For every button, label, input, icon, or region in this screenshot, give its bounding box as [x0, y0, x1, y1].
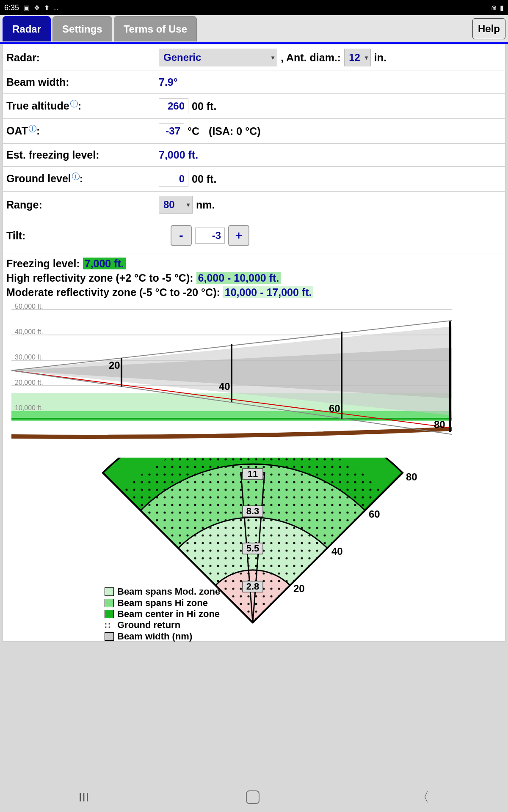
row-tilt: Tilt: - -3 +: [3, 218, 505, 253]
nav-home-icon[interactable]: [246, 790, 260, 804]
truealt-input[interactable]: 260: [159, 98, 188, 114]
tab-settings-label: Settings: [62, 23, 102, 35]
row-estfreeze: Est. freezing level: 7,000 ft.: [3, 144, 505, 167]
svg-text:80: 80: [434, 419, 445, 430]
android-statusbar: 6:35 ▣ ❖ ⬆ ‥ ⋒ ▮: [0, 0, 508, 15]
row-groundlevel: Ground leveli: 0 00 ft.: [3, 167, 505, 192]
label-radar: Radar:: [6, 52, 159, 64]
svg-text:20,000 ft.: 20,000 ft.: [15, 379, 43, 386]
help-button[interactable]: Help: [472, 18, 505, 39]
label-truealt: True altitudei:: [6, 100, 159, 112]
tilt-input[interactable]: -3: [195, 228, 225, 244]
tab-terms[interactable]: Terms of Use: [114, 16, 197, 41]
more-icon: ‥: [54, 4, 58, 12]
tab-radar-label: Radar: [12, 23, 41, 35]
antdiam-select[interactable]: 12: [344, 49, 371, 66]
tab-radar[interactable]: Radar: [3, 16, 51, 41]
tab-terms-label: Terms of Use: [124, 23, 187, 35]
info-icon[interactable]: i: [72, 173, 80, 180]
statusbar-time: 6:35: [4, 3, 19, 12]
svg-text:5.5: 5.5: [246, 543, 260, 554]
nav-back-icon[interactable]: 〈: [417, 789, 429, 806]
label-groundlevel: Ground leveli:: [6, 173, 159, 185]
android-navbar: III 〈: [0, 782, 508, 812]
antdiam-value: 12: [349, 52, 360, 63]
label-tilt: Tilt:: [6, 230, 159, 242]
svg-text:80: 80: [406, 471, 417, 483]
form-panel: Radar: Generic , Ant. diam.: 12 in. Beam…: [3, 44, 505, 642]
tilt-minus-button[interactable]: -: [171, 225, 192, 246]
isa-note: (ISA: 0 °C): [209, 125, 261, 137]
svg-text:10,000 ft.: 10,000 ft.: [15, 404, 43, 411]
plan-chart: 2.8 5.5 8.3 11 20 40 60 80 Beam spans Mo…: [3, 456, 505, 641]
radar-select[interactable]: Generic: [159, 49, 277, 66]
svg-text:50,000 ft.: 50,000 ft.: [15, 303, 43, 310]
svg-text:20: 20: [109, 359, 120, 371]
label-antdiam: , Ant. diam.:: [281, 52, 341, 64]
row-radar: Radar: Generic , Ant. diam.: 12 in.: [3, 44, 505, 71]
label-nm: nm.: [196, 199, 215, 211]
row-beamwidth: Beam width: 7.9°: [3, 71, 505, 94]
row-range: Range: 80 nm.: [3, 192, 505, 218]
gallery-icon: ▣: [23, 4, 30, 12]
plan-legend: Beam spans Mod. zone Beam spans Hi zone …: [105, 586, 220, 642]
svg-text:11: 11: [248, 469, 258, 479]
hi-refl-value: 6,000 - 10,000 ft.: [196, 272, 281, 284]
upload-icon: ⬆: [44, 4, 50, 12]
row-oat: OATi: -37 °C (ISA: 0 °C): [3, 119, 505, 144]
help-label: Help: [478, 23, 500, 34]
svg-text:60: 60: [329, 403, 340, 414]
info-icon[interactable]: i: [29, 125, 36, 132]
tilt-plus-button[interactable]: +: [228, 225, 249, 246]
label-beamwidth: Beam width:: [6, 76, 159, 88]
svg-text:40,000 ft.: 40,000 ft.: [15, 328, 43, 335]
beamwidth-value: 7.9°: [159, 76, 178, 88]
battery-icon: ▮: [500, 4, 504, 12]
label-estfreeze: Est. freezing level:: [6, 149, 159, 161]
profile-chart: 50,000 ft. 40,000 ft. 30,000 ft. 20,000 …: [3, 299, 505, 456]
label-oat: OATi:: [6, 125, 159, 137]
label-degC: °C: [188, 125, 199, 137]
mod-refl-value: 10,000 - 17,000 ft.: [223, 286, 314, 298]
range-value: 80: [163, 199, 175, 211]
dropbox-icon: ❖: [34, 4, 40, 12]
estfreeze-value: 7,000 ft.: [159, 149, 198, 161]
svg-text:8.3: 8.3: [246, 506, 260, 516]
radar-select-value: Generic: [163, 52, 201, 63]
svg-text:40: 40: [331, 546, 343, 557]
label-range: Range:: [6, 199, 159, 211]
range-select[interactable]: 80: [159, 196, 193, 214]
tab-bar: Radar Settings Terms of Use Help: [0, 15, 508, 44]
info-icon[interactable]: i: [70, 100, 78, 107]
row-truealt: True altitudei: 260 00 ft.: [3, 94, 505, 119]
oat-input[interactable]: -37: [159, 123, 184, 139]
label-in: in.: [374, 52, 387, 64]
tab-settings[interactable]: Settings: [52, 16, 112, 41]
nav-recent-icon[interactable]: III: [78, 790, 89, 804]
suffix-00ft: 00 ft.: [192, 100, 216, 112]
suffix-00ft: 00 ft.: [192, 173, 216, 185]
svg-text:30,000 ft.: 30,000 ft.: [15, 354, 43, 361]
freeze-level-value: 7,000 ft.: [83, 258, 126, 269]
svg-text:40: 40: [219, 381, 230, 392]
svg-text:2.8: 2.8: [246, 581, 260, 592]
reflectivity-info: Freezing level: 7,000 ft. High reflectiv…: [3, 253, 505, 299]
svg-text:20: 20: [293, 583, 305, 594]
groundlevel-input[interactable]: 0: [159, 171, 188, 187]
svg-text:60: 60: [369, 508, 380, 520]
wifi-icon: ⋒: [491, 4, 497, 12]
